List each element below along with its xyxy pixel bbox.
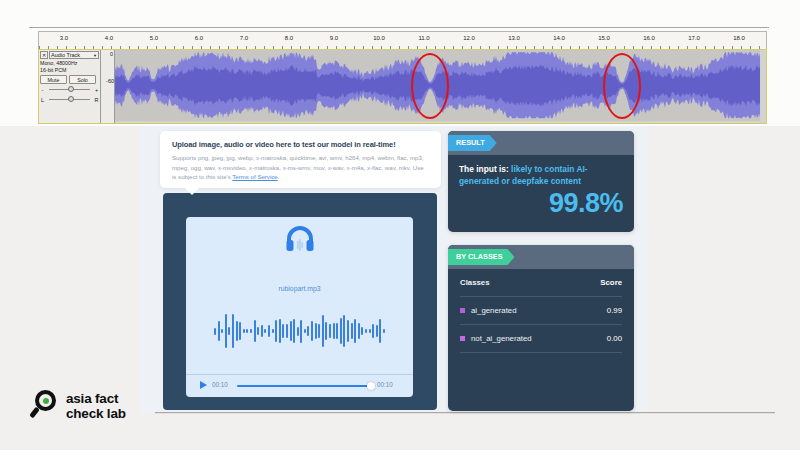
table-row: ai_generated 0.99 bbox=[460, 297, 622, 325]
ruler-tick: 16.0 bbox=[643, 35, 655, 41]
ruler-tick: 12.0 bbox=[463, 35, 475, 41]
waveform-bar bbox=[232, 314, 234, 349]
ruler-tick: 10.0 bbox=[373, 35, 385, 41]
supports-text: Supports png, jpeg, jpg, webp, x-matrosk… bbox=[172, 154, 424, 180]
chevron-down-icon: ▼ bbox=[93, 53, 97, 58]
waveform-bar bbox=[236, 321, 238, 342]
gain-minus-label: - bbox=[40, 87, 45, 93]
db-label-60: -60 bbox=[106, 78, 114, 84]
waveform-bar bbox=[300, 320, 302, 343]
audio-player-card: rubiopart.mp3 00:10 00:10 bbox=[163, 193, 437, 410]
waveform-bar bbox=[239, 322, 241, 340]
waveform-bar bbox=[250, 329, 252, 333]
pan-left-label: L bbox=[40, 97, 45, 103]
logo-line-1: asia fact bbox=[66, 391, 126, 406]
result-badge: RESULT bbox=[448, 135, 497, 151]
class-score: 0.00 bbox=[607, 334, 622, 343]
waveform-bar bbox=[218, 321, 220, 342]
track-menu-dropdown[interactable]: Audio Track ▼ bbox=[49, 51, 99, 59]
waveform-bar bbox=[221, 329, 223, 333]
asia-fact-check-lab-logo: asia fact check lab bbox=[30, 384, 160, 434]
pan-right-label: R bbox=[94, 97, 99, 103]
audio-track-row: ✕ Audio Track ▼ Mono, 48000Hz 16-bit PCM… bbox=[38, 49, 767, 124]
class-name: not_ai_generated bbox=[471, 334, 532, 343]
waveform-bar bbox=[354, 319, 356, 344]
waveform-bar bbox=[336, 323, 338, 339]
classes-table-header: Classes Score bbox=[460, 269, 622, 297]
annotation-circle-2 bbox=[603, 53, 641, 119]
upload-dropzone-card[interactable]: Upload image, audio or video here to tes… bbox=[160, 131, 441, 188]
waveform-bar bbox=[293, 319, 295, 343]
current-time: 00:10 bbox=[212, 381, 228, 388]
table-row: not_ai_generated 0.00 bbox=[460, 325, 622, 353]
mute-button[interactable]: Mute bbox=[40, 75, 67, 84]
waveform-bar bbox=[275, 320, 277, 342]
ruler-tick: 6.0 bbox=[195, 35, 203, 41]
supported-formats-text: Supports png, jpeg, jpg, webp, x-matrosk… bbox=[172, 153, 429, 182]
result-prefix: The input is: bbox=[459, 164, 511, 174]
logo-line-2: check lab bbox=[66, 406, 126, 421]
waveform-bar bbox=[340, 318, 342, 343]
waveform-bar bbox=[297, 327, 299, 336]
ruler-tick: 11.0 bbox=[418, 35, 429, 41]
waveform-bar bbox=[304, 329, 306, 333]
supports-period: . bbox=[278, 173, 280, 180]
waveform-bar bbox=[254, 320, 256, 341]
divider bbox=[29, 27, 769, 28]
audio-waveform-bars bbox=[186, 309, 413, 353]
ruler-tick: 4.0 bbox=[105, 35, 113, 41]
waveform-bar bbox=[351, 323, 353, 339]
score-column-header: Score bbox=[600, 278, 622, 287]
by-classes-panel: BY CLASSES Classes Score ai_generated 0.… bbox=[448, 245, 634, 411]
gain-slider[interactable] bbox=[47, 85, 92, 94]
track-control-panel: ✕ Audio Track ▼ Mono, 48000Hz 16-bit PCM… bbox=[39, 50, 101, 123]
divider bbox=[186, 374, 413, 375]
result-body: The input is: likely to contain AI-gener… bbox=[448, 155, 634, 219]
result-text: The input is: likely to contain AI-gener… bbox=[459, 163, 623, 187]
waveform-bar bbox=[290, 321, 292, 340]
result-panel-header: RESULT bbox=[448, 131, 634, 155]
timeline-ruler[interactable]: 3.04.05.06.07.08.09.010.011.012.013.014.… bbox=[38, 31, 767, 50]
audio-filename: rubiopart.mp3 bbox=[186, 285, 413, 292]
waveform-bar bbox=[376, 325, 378, 338]
waveform-bar bbox=[268, 325, 270, 337]
pan-slider[interactable] bbox=[47, 95, 92, 104]
track-bitdepth-info: 16-bit PCM bbox=[40, 67, 99, 74]
ruler-tick: 5.0 bbox=[150, 35, 158, 41]
db-label-0: 0 bbox=[110, 51, 113, 57]
ruler-tick: 13.0 bbox=[508, 35, 520, 41]
class-name: ai_generated bbox=[471, 306, 517, 315]
waveform-bar bbox=[383, 329, 385, 333]
waveform-bar bbox=[343, 315, 345, 346]
class-bullet-icon bbox=[460, 336, 465, 341]
waveform-bar bbox=[329, 324, 331, 338]
waveform-bar bbox=[282, 324, 284, 337]
waveform-bar bbox=[257, 327, 259, 334]
waveform-bar bbox=[347, 320, 349, 342]
play-button[interactable] bbox=[200, 381, 207, 389]
ruler-tick: 14.0 bbox=[553, 35, 565, 41]
class-label: not_ai_generated bbox=[460, 334, 607, 343]
player-controls: 00:10 00:10 bbox=[186, 378, 413, 394]
waveform-bar bbox=[307, 326, 309, 335]
progress-knob[interactable] bbox=[367, 382, 375, 390]
waveform-bar bbox=[379, 319, 381, 344]
close-track-button[interactable]: ✕ bbox=[40, 51, 48, 59]
waveform-bar bbox=[365, 329, 367, 333]
waveform-display[interactable] bbox=[115, 50, 766, 123]
waveform-bar bbox=[214, 328, 216, 335]
ruler-tick: 3.0 bbox=[60, 35, 68, 41]
terms-of-service-link[interactable]: Terms of Service bbox=[232, 173, 277, 180]
class-bullet-icon bbox=[460, 308, 465, 313]
solo-button[interactable]: Solo bbox=[69, 75, 96, 84]
vertical-db-scale: 0 -60 bbox=[101, 50, 115, 123]
waveform-bar bbox=[228, 327, 230, 334]
result-panel: RESULT The input is: likely to contain A… bbox=[448, 131, 634, 232]
upload-heading: Upload image, audio or video here to tes… bbox=[172, 140, 429, 149]
progress-bar[interactable] bbox=[237, 385, 373, 387]
audio-player-inner: rubiopart.mp3 00:10 00:10 bbox=[186, 217, 413, 397]
class-label: ai_generated bbox=[460, 306, 607, 315]
track-format-info: Mono, 48000Hz bbox=[40, 60, 99, 67]
ruler-tick: 9.0 bbox=[330, 35, 338, 41]
ruler-tick: 7.0 bbox=[240, 35, 248, 41]
